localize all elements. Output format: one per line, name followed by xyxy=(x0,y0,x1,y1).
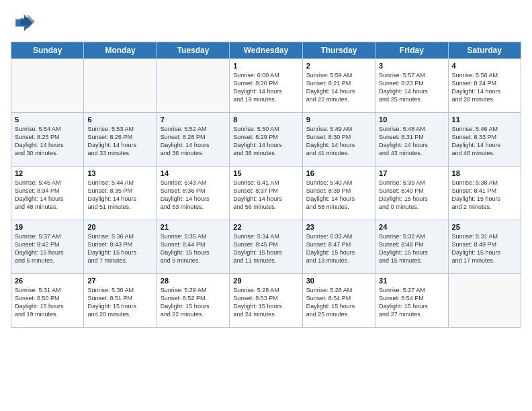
calendar-day-cell xyxy=(84,59,157,113)
day-number: 12 xyxy=(15,169,80,177)
calendar-day-cell: 19Sunrise: 5:37 AM Sunset: 8:42 PM Dayli… xyxy=(11,220,84,274)
calendar-day-cell: 22Sunrise: 5:34 AM Sunset: 8:45 PM Dayli… xyxy=(230,220,302,274)
day-info: Sunrise: 6:00 AM Sunset: 8:20 PM Dayligh… xyxy=(233,71,298,104)
calendar-week-row: 12Sunrise: 5:45 AM Sunset: 8:34 PM Dayli… xyxy=(11,167,521,220)
day-number: 5 xyxy=(15,116,80,124)
day-of-week-header: Friday xyxy=(375,42,448,59)
day-info: Sunrise: 5:41 AM Sunset: 8:37 PM Dayligh… xyxy=(233,179,298,212)
day-number: 28 xyxy=(161,277,226,285)
calendar-day-cell: 23Sunrise: 5:33 AM Sunset: 8:47 PM Dayli… xyxy=(302,220,375,274)
day-number: 22 xyxy=(233,223,298,231)
day-number: 31 xyxy=(379,277,444,285)
day-info: Sunrise: 5:36 AM Sunset: 8:43 PM Dayligh… xyxy=(87,232,152,265)
day-info: Sunrise: 5:59 AM Sunset: 8:21 PM Dayligh… xyxy=(306,71,371,104)
day-number: 13 xyxy=(87,169,152,177)
day-number: 2 xyxy=(306,62,371,70)
calendar-day-cell: 10Sunrise: 5:48 AM Sunset: 8:31 PM Dayli… xyxy=(375,113,448,167)
day-info: Sunrise: 5:45 AM Sunset: 8:34 PM Dayligh… xyxy=(15,179,80,212)
calendar-week-row: 5Sunrise: 5:54 AM Sunset: 8:25 PM Daylig… xyxy=(11,113,521,167)
calendar-day-cell: 16Sunrise: 5:40 AM Sunset: 8:39 PM Dayli… xyxy=(302,167,375,220)
calendar-day-cell: 18Sunrise: 5:38 AM Sunset: 8:41 PM Dayli… xyxy=(448,167,521,220)
calendar-week-row: 1Sunrise: 6:00 AM Sunset: 8:20 PM Daylig… xyxy=(11,59,521,113)
day-number: 10 xyxy=(379,116,444,124)
day-info: Sunrise: 5:27 AM Sunset: 8:54 PM Dayligh… xyxy=(379,286,444,319)
calendar-day-cell: 14Sunrise: 5:43 AM Sunset: 8:36 PM Dayli… xyxy=(157,167,229,220)
day-number: 4 xyxy=(452,62,517,70)
day-info: Sunrise: 5:30 AM Sunset: 8:51 PM Dayligh… xyxy=(87,286,152,319)
day-of-week-header: Wednesday xyxy=(230,42,302,59)
day-number: 14 xyxy=(161,169,226,177)
calendar-day-cell: 29Sunrise: 5:28 AM Sunset: 8:53 PM Dayli… xyxy=(230,274,302,328)
day-info: Sunrise: 5:39 AM Sunset: 8:40 PM Dayligh… xyxy=(379,179,444,212)
header xyxy=(11,11,521,35)
day-number: 20 xyxy=(87,223,152,231)
day-info: Sunrise: 5:37 AM Sunset: 8:42 PM Dayligh… xyxy=(15,232,80,265)
day-info: Sunrise: 5:31 AM Sunset: 8:49 PM Dayligh… xyxy=(452,232,517,265)
day-info: Sunrise: 5:54 AM Sunset: 8:25 PM Dayligh… xyxy=(15,125,80,158)
day-number: 17 xyxy=(379,169,444,177)
calendar-week-row: 26Sunrise: 5:31 AM Sunset: 8:50 PM Dayli… xyxy=(11,274,521,328)
page: SundayMondayTuesdayWednesdayThursdayFrid… xyxy=(0,0,532,334)
day-info: Sunrise: 5:35 AM Sunset: 8:44 PM Dayligh… xyxy=(161,232,226,265)
day-info: Sunrise: 5:29 AM Sunset: 8:52 PM Dayligh… xyxy=(161,286,226,319)
day-number: 23 xyxy=(306,223,371,231)
day-number: 18 xyxy=(452,169,517,177)
day-number: 7 xyxy=(161,116,226,124)
day-number: 25 xyxy=(452,223,517,231)
day-number: 27 xyxy=(87,277,152,285)
day-info: Sunrise: 5:50 AM Sunset: 8:29 PM Dayligh… xyxy=(233,125,298,158)
day-number: 24 xyxy=(379,223,444,231)
day-info: Sunrise: 5:31 AM Sunset: 8:50 PM Dayligh… xyxy=(15,286,80,319)
logo-icon xyxy=(11,11,35,35)
calendar-day-cell: 27Sunrise: 5:30 AM Sunset: 8:51 PM Dayli… xyxy=(84,274,157,328)
calendar-day-cell: 28Sunrise: 5:29 AM Sunset: 8:52 PM Dayli… xyxy=(157,274,229,328)
day-number: 8 xyxy=(233,116,298,124)
calendar-day-cell: 5Sunrise: 5:54 AM Sunset: 8:25 PM Daylig… xyxy=(11,113,84,167)
calendar-day-cell: 30Sunrise: 5:28 AM Sunset: 8:54 PM Dayli… xyxy=(302,274,375,328)
calendar-day-cell: 8Sunrise: 5:50 AM Sunset: 8:29 PM Daylig… xyxy=(230,113,302,167)
calendar-day-cell xyxy=(448,274,521,328)
day-number: 19 xyxy=(15,223,80,231)
calendar-day-cell: 31Sunrise: 5:27 AM Sunset: 8:54 PM Dayli… xyxy=(375,274,448,328)
day-of-week-header: Monday xyxy=(84,42,157,59)
day-number: 26 xyxy=(15,277,80,285)
day-of-week-header: Thursday xyxy=(302,42,375,59)
day-info: Sunrise: 5:56 AM Sunset: 8:24 PM Dayligh… xyxy=(452,71,517,104)
calendar-day-cell: 15Sunrise: 5:41 AM Sunset: 8:37 PM Dayli… xyxy=(230,167,302,220)
day-info: Sunrise: 5:38 AM Sunset: 8:41 PM Dayligh… xyxy=(452,179,517,212)
calendar-week-row: 19Sunrise: 5:37 AM Sunset: 8:42 PM Dayli… xyxy=(11,220,521,274)
calendar-day-cell: 1Sunrise: 6:00 AM Sunset: 8:20 PM Daylig… xyxy=(230,59,302,113)
day-number: 1 xyxy=(233,62,298,70)
day-number: 29 xyxy=(233,277,298,285)
calendar-day-cell: 20Sunrise: 5:36 AM Sunset: 8:43 PM Dayli… xyxy=(84,220,157,274)
calendar-day-cell: 3Sunrise: 5:57 AM Sunset: 8:23 PM Daylig… xyxy=(375,59,448,113)
calendar-day-cell xyxy=(157,59,229,113)
day-of-week-header: Sunday xyxy=(11,42,84,59)
calendar-day-cell: 4Sunrise: 5:56 AM Sunset: 8:24 PM Daylig… xyxy=(448,59,521,113)
day-number: 30 xyxy=(306,277,371,285)
calendar-day-cell: 24Sunrise: 5:32 AM Sunset: 8:48 PM Dayli… xyxy=(375,220,448,274)
day-info: Sunrise: 5:52 AM Sunset: 8:28 PM Dayligh… xyxy=(161,125,226,158)
day-number: 3 xyxy=(379,62,444,70)
calendar-day-cell: 26Sunrise: 5:31 AM Sunset: 8:50 PM Dayli… xyxy=(11,274,84,328)
calendar-day-cell: 21Sunrise: 5:35 AM Sunset: 8:44 PM Dayli… xyxy=(157,220,229,274)
logo xyxy=(11,11,36,35)
calendar-day-cell: 6Sunrise: 5:53 AM Sunset: 8:26 PM Daylig… xyxy=(84,113,157,167)
calendar-header-row: SundayMondayTuesdayWednesdayThursdayFrid… xyxy=(11,42,521,59)
day-info: Sunrise: 5:40 AM Sunset: 8:39 PM Dayligh… xyxy=(306,179,371,212)
day-of-week-header: Tuesday xyxy=(157,42,229,59)
day-info: Sunrise: 5:32 AM Sunset: 8:48 PM Dayligh… xyxy=(379,232,444,265)
day-number: 6 xyxy=(87,116,152,124)
day-info: Sunrise: 5:43 AM Sunset: 8:36 PM Dayligh… xyxy=(161,179,226,212)
day-of-week-header: Saturday xyxy=(448,42,521,59)
day-number: 16 xyxy=(306,169,371,177)
calendar-day-cell: 9Sunrise: 5:49 AM Sunset: 8:30 PM Daylig… xyxy=(302,113,375,167)
day-info: Sunrise: 5:49 AM Sunset: 8:30 PM Dayligh… xyxy=(306,125,371,158)
day-info: Sunrise: 5:28 AM Sunset: 8:54 PM Dayligh… xyxy=(306,286,371,319)
day-number: 21 xyxy=(161,223,226,231)
day-info: Sunrise: 5:33 AM Sunset: 8:47 PM Dayligh… xyxy=(306,232,371,265)
day-info: Sunrise: 5:53 AM Sunset: 8:26 PM Dayligh… xyxy=(87,125,152,158)
day-number: 11 xyxy=(452,116,517,124)
day-info: Sunrise: 5:44 AM Sunset: 8:35 PM Dayligh… xyxy=(87,179,152,212)
calendar-day-cell: 11Sunrise: 5:46 AM Sunset: 8:33 PM Dayli… xyxy=(448,113,521,167)
